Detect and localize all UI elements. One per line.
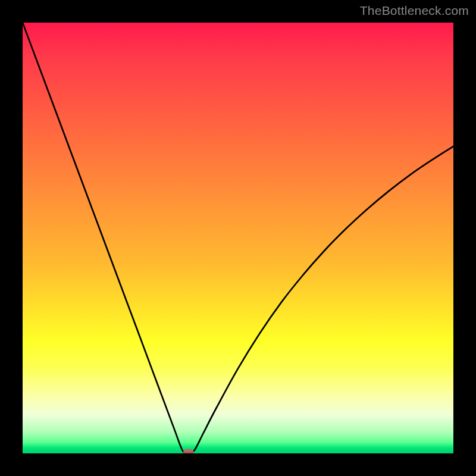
optimal-marker [183,449,194,453]
chart-svg [23,23,453,453]
watermark-text: TheBottleneck.com [360,4,469,18]
plot-area [23,23,453,453]
bottleneck-curve [23,23,453,453]
chart-frame: TheBottleneck.com [0,0,476,476]
